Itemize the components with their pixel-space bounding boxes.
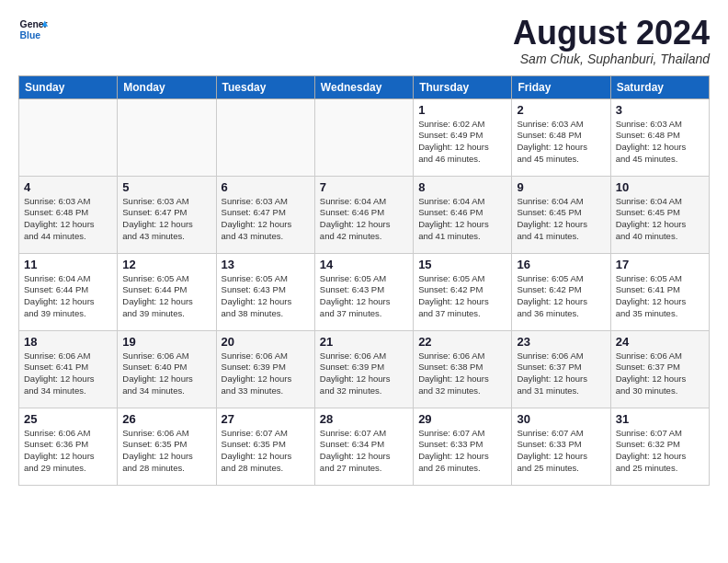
week-row-2: 4Sunrise: 6:03 AM Sunset: 6:48 PM Daylig… — [19, 176, 710, 253]
day-number: 28 — [320, 412, 408, 426]
day-number: 10 — [616, 180, 704, 194]
day-info: Sunrise: 6:03 AM Sunset: 6:47 PM Dayligh… — [222, 196, 310, 243]
week-row-1: 1Sunrise: 6:02 AM Sunset: 6:49 PM Daylig… — [19, 98, 710, 176]
day-number: 29 — [418, 412, 506, 426]
day-info: Sunrise: 6:07 AM Sunset: 6:34 PM Dayligh… — [320, 428, 408, 475]
day-info: Sunrise: 6:03 AM Sunset: 6:47 PM Dayligh… — [122, 196, 210, 243]
day-info: Sunrise: 6:07 AM Sunset: 6:35 PM Dayligh… — [222, 428, 310, 475]
day-number: 9 — [517, 180, 605, 194]
day-number: 23 — [517, 335, 605, 349]
header-day-sunday: Sunday — [19, 75, 118, 98]
calendar-cell: 8Sunrise: 6:04 AM Sunset: 6:46 PM Daylig… — [414, 176, 512, 253]
month-title: August 2024 — [513, 15, 710, 52]
calendar-cell: 14Sunrise: 6:05 AM Sunset: 6:43 PM Dayli… — [314, 253, 413, 330]
day-info: Sunrise: 6:04 AM Sunset: 6:46 PM Dayligh… — [418, 196, 506, 243]
day-number: 22 — [418, 335, 506, 349]
calendar-cell: 27Sunrise: 6:07 AM Sunset: 6:35 PM Dayli… — [216, 408, 314, 485]
header-day-wednesday: Wednesday — [314, 75, 413, 98]
calendar-cell: 30Sunrise: 6:07 AM Sunset: 6:33 PM Dayli… — [512, 408, 610, 485]
day-info: Sunrise: 6:06 AM Sunset: 6:35 PM Dayligh… — [122, 428, 210, 475]
day-number: 31 — [616, 412, 704, 426]
header-day-saturday: Saturday — [610, 75, 709, 98]
day-number: 2 — [517, 103, 605, 117]
calendar-cell: 25Sunrise: 6:06 AM Sunset: 6:36 PM Dayli… — [19, 408, 118, 485]
day-number: 17 — [616, 258, 704, 271]
calendar-cell: 6Sunrise: 6:03 AM Sunset: 6:47 PM Daylig… — [216, 176, 314, 253]
day-number: 19 — [122, 335, 210, 349]
day-number: 16 — [517, 258, 605, 271]
day-number: 27 — [222, 412, 310, 426]
day-number: 24 — [616, 335, 704, 349]
day-info: Sunrise: 6:02 AM Sunset: 6:49 PM Dayligh… — [418, 119, 506, 166]
page: General Blue August 2024 Sam Chuk, Supha… — [0, 0, 728, 495]
week-row-4: 18Sunrise: 6:06 AM Sunset: 6:41 PM Dayli… — [19, 330, 710, 408]
calendar-cell — [19, 98, 118, 176]
calendar-cell — [216, 98, 314, 176]
calendar-cell: 9Sunrise: 6:04 AM Sunset: 6:45 PM Daylig… — [512, 176, 610, 253]
day-info: Sunrise: 6:05 AM Sunset: 6:43 PM Dayligh… — [320, 273, 408, 320]
day-info: Sunrise: 6:06 AM Sunset: 6:39 PM Dayligh… — [320, 350, 408, 397]
day-number: 4 — [24, 180, 112, 194]
logo: General Blue — [18, 15, 48, 44]
calendar-cell: 16Sunrise: 6:05 AM Sunset: 6:42 PM Dayli… — [512, 253, 610, 330]
day-info: Sunrise: 6:06 AM Sunset: 6:40 PM Dayligh… — [122, 350, 210, 397]
day-info: Sunrise: 6:05 AM Sunset: 6:43 PM Dayligh… — [222, 273, 310, 320]
calendar-cell — [314, 98, 413, 176]
calendar-cell: 2Sunrise: 6:03 AM Sunset: 6:48 PM Daylig… — [512, 98, 610, 176]
calendar-cell: 12Sunrise: 6:05 AM Sunset: 6:44 PM Dayli… — [118, 253, 216, 330]
day-info: Sunrise: 6:06 AM Sunset: 6:39 PM Dayligh… — [222, 350, 310, 397]
logo-icon: General Blue — [18, 15, 48, 44]
day-info: Sunrise: 6:05 AM Sunset: 6:44 PM Dayligh… — [122, 273, 210, 320]
day-info: Sunrise: 6:05 AM Sunset: 6:41 PM Dayligh… — [616, 273, 704, 320]
day-number: 20 — [222, 335, 310, 349]
calendar-cell: 4Sunrise: 6:03 AM Sunset: 6:48 PM Daylig… — [19, 176, 118, 253]
day-info: Sunrise: 6:04 AM Sunset: 6:44 PM Dayligh… — [24, 273, 112, 320]
day-info: Sunrise: 6:04 AM Sunset: 6:45 PM Dayligh… — [616, 196, 704, 243]
calendar-cell: 19Sunrise: 6:06 AM Sunset: 6:40 PM Dayli… — [118, 330, 216, 408]
calendar-cell: 3Sunrise: 6:03 AM Sunset: 6:48 PM Daylig… — [610, 98, 709, 176]
day-number: 21 — [320, 335, 408, 349]
calendar-cell: 23Sunrise: 6:06 AM Sunset: 6:37 PM Dayli… — [512, 330, 610, 408]
day-number: 13 — [222, 258, 310, 271]
day-info: Sunrise: 6:07 AM Sunset: 6:33 PM Dayligh… — [418, 428, 506, 475]
calendar-cell: 26Sunrise: 6:06 AM Sunset: 6:35 PM Dayli… — [118, 408, 216, 485]
calendar-cell: 31Sunrise: 6:07 AM Sunset: 6:32 PM Dayli… — [610, 408, 709, 485]
day-number: 26 — [122, 412, 210, 426]
day-info: Sunrise: 6:03 AM Sunset: 6:48 PM Dayligh… — [616, 119, 704, 166]
day-number: 14 — [320, 258, 408, 271]
day-info: Sunrise: 6:04 AM Sunset: 6:46 PM Dayligh… — [320, 196, 408, 243]
week-row-5: 25Sunrise: 6:06 AM Sunset: 6:36 PM Dayli… — [19, 408, 710, 485]
day-number: 6 — [222, 180, 310, 194]
day-number: 3 — [616, 103, 704, 117]
day-info: Sunrise: 6:06 AM Sunset: 6:36 PM Dayligh… — [24, 428, 112, 475]
day-number: 25 — [24, 412, 112, 426]
location: Sam Chuk, Suphanburi, Thailand — [513, 52, 710, 66]
calendar-cell: 17Sunrise: 6:05 AM Sunset: 6:41 PM Dayli… — [610, 253, 709, 330]
calendar-cell — [118, 98, 216, 176]
calendar-cell: 21Sunrise: 6:06 AM Sunset: 6:39 PM Dayli… — [314, 330, 413, 408]
day-info: Sunrise: 6:03 AM Sunset: 6:48 PM Dayligh… — [517, 119, 605, 166]
day-info: Sunrise: 6:05 AM Sunset: 6:42 PM Dayligh… — [418, 273, 506, 320]
calendar-cell: 18Sunrise: 6:06 AM Sunset: 6:41 PM Dayli… — [19, 330, 118, 408]
day-info: Sunrise: 6:04 AM Sunset: 6:45 PM Dayligh… — [517, 196, 605, 243]
day-number: 11 — [24, 258, 112, 271]
calendar-cell: 24Sunrise: 6:06 AM Sunset: 6:37 PM Dayli… — [610, 330, 709, 408]
calendar-cell: 20Sunrise: 6:06 AM Sunset: 6:39 PM Dayli… — [216, 330, 314, 408]
calendar-cell: 28Sunrise: 6:07 AM Sunset: 6:34 PM Dayli… — [314, 408, 413, 485]
day-number: 7 — [320, 180, 408, 194]
calendar-cell: 22Sunrise: 6:06 AM Sunset: 6:38 PM Dayli… — [414, 330, 512, 408]
day-number: 15 — [418, 258, 506, 271]
svg-text:Blue: Blue — [20, 30, 41, 40]
day-info: Sunrise: 6:05 AM Sunset: 6:42 PM Dayligh… — [517, 273, 605, 320]
calendar-cell: 5Sunrise: 6:03 AM Sunset: 6:47 PM Daylig… — [118, 176, 216, 253]
header-day-thursday: Thursday — [414, 75, 512, 98]
calendar-cell: 11Sunrise: 6:04 AM Sunset: 6:44 PM Dayli… — [19, 253, 118, 330]
header-day-friday: Friday — [512, 75, 610, 98]
calendar-cell: 13Sunrise: 6:05 AM Sunset: 6:43 PM Dayli… — [216, 253, 314, 330]
header-row: SundayMondayTuesdayWednesdayThursdayFrid… — [19, 75, 710, 98]
calendar-cell: 10Sunrise: 6:04 AM Sunset: 6:45 PM Dayli… — [610, 176, 709, 253]
day-info: Sunrise: 6:07 AM Sunset: 6:33 PM Dayligh… — [517, 428, 605, 475]
calendar-cell: 1Sunrise: 6:02 AM Sunset: 6:49 PM Daylig… — [414, 98, 512, 176]
day-number: 5 — [122, 180, 210, 194]
day-number: 12 — [122, 258, 210, 271]
